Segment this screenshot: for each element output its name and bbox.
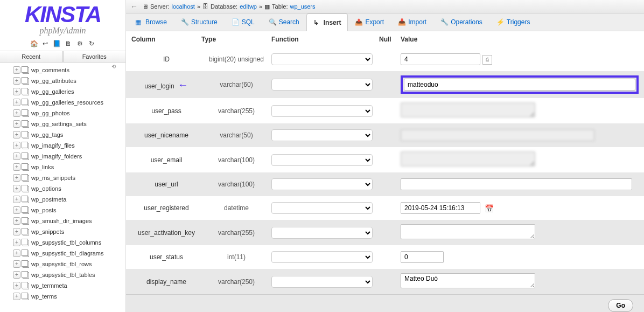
tab-recent[interactable]: Recent	[0, 51, 63, 63]
reload-icon[interactable]: ↻	[87, 40, 96, 48]
tab-favorites[interactable]: Favorites	[63, 51, 126, 63]
value-input-ID[interactable]	[401, 53, 480, 65]
tree-item[interactable]: +wp_supsystic_tbl_columns	[0, 237, 125, 248]
expand-icon[interactable]: +	[13, 120, 20, 128]
expand-icon[interactable]: +	[13, 174, 20, 182]
tree-item[interactable]: +wp_snippets	[0, 226, 125, 237]
expand-icon[interactable]: +	[13, 228, 20, 235]
table-icon	[22, 109, 30, 117]
breadcrumb-db[interactable]: editwp	[240, 3, 257, 10]
table-icon	[22, 282, 30, 289]
tree-item[interactable]: +wp_ms_snippets	[0, 172, 125, 183]
expand-icon[interactable]: +	[13, 152, 20, 160]
breadcrumb-server[interactable]: localhost	[171, 3, 194, 10]
header-null: Null	[379, 36, 401, 43]
tab-triggers[interactable]: ⚡Triggers	[489, 13, 537, 31]
function-select-user_registered[interactable]	[271, 202, 373, 214]
expand-icon[interactable]: +	[13, 142, 20, 149]
logout-icon[interactable]: ↩	[41, 40, 50, 48]
expand-icon[interactable]: +	[13, 282, 20, 289]
tree-item[interactable]: +wp_comments	[0, 65, 125, 75]
function-select-ID[interactable]	[271, 53, 373, 65]
tab-sql[interactable]: 📄SQL	[225, 13, 262, 31]
main-panel: ← 🖥 Server: localhost » 🗄 Database: edit…	[126, 0, 644, 312]
table-icon	[22, 120, 30, 128]
expand-icon[interactable]: +	[13, 131, 20, 138]
tree-item-label: wp_snippets	[31, 227, 64, 237]
tab-export[interactable]: 📤Export	[348, 13, 391, 31]
tree-item[interactable]: +wp_posts	[0, 205, 125, 216]
value-input-user_registered[interactable]	[401, 202, 480, 214]
tab-search[interactable]: 🔍Search	[262, 13, 306, 31]
function-select-user_url[interactable]	[271, 178, 373, 190]
value-input-user_pass[interactable]	[401, 102, 535, 117]
expand-icon[interactable]: +	[13, 99, 20, 106]
expand-icon[interactable]: +	[13, 77, 20, 85]
expand-icon[interactable]: +	[13, 109, 20, 117]
field-row-user_email: user_emailvarchar(100)	[126, 147, 644, 172]
expand-icon[interactable]: +	[13, 163, 20, 171]
gear-icon[interactable]: ⚙	[76, 40, 85, 48]
tree-item[interactable]: +wp_gg_photos	[0, 108, 125, 119]
function-select-user_status[interactable]	[271, 251, 373, 263]
expand-icon[interactable]: +	[13, 206, 20, 214]
function-select-user_pass[interactable]	[271, 105, 373, 117]
tree-item[interactable]: +wp_imagify_folders	[0, 151, 125, 162]
column-type: varchar(50)	[201, 131, 271, 139]
breadcrumb-table[interactable]: wp_users	[290, 3, 315, 10]
id-extra-icon[interactable]: ⎙	[482, 55, 492, 65]
tree-item[interactable]: +wp_termmeta	[0, 280, 125, 291]
go-button[interactable]: Go	[608, 299, 633, 312]
tree-item[interactable]: +wp_options	[0, 183, 125, 194]
docs-icon[interactable]: 📘	[53, 40, 61, 48]
function-select-user_nicename[interactable]	[271, 129, 373, 141]
expand-icon[interactable]: +	[13, 293, 20, 300]
home-icon[interactable]: 🏠	[30, 40, 38, 48]
tree-item[interactable]: +wp_supsystic_tbl_rows	[0, 259, 125, 269]
tree-item[interactable]: +wp_supsystic_tbl_tables	[0, 269, 125, 280]
value-input-user_url[interactable]	[401, 178, 632, 190]
expand-icon[interactable]: +	[13, 260, 20, 268]
tree-item-label: wp_imagify_files	[31, 141, 75, 150]
value-input-user_activation_key[interactable]	[401, 224, 535, 239]
expand-icon[interactable]: +	[13, 185, 20, 192]
logo: KINSTA phpMyAdmin	[0, 0, 125, 38]
tree-item[interactable]: +wp_gg_tags	[0, 129, 125, 140]
expand-icon[interactable]: +	[13, 249, 20, 257]
tree-item-label: wp_gg_tags	[31, 130, 63, 140]
value-input-display_name[interactable]: Matteo Duò	[401, 273, 535, 288]
function-select-user_login[interactable]	[271, 79, 373, 91]
link-icon[interactable]: ⟲	[111, 64, 116, 70]
calendar-icon[interactable]: 📅	[485, 204, 493, 213]
tab-operations[interactable]: 🔧Operations	[433, 13, 489, 31]
nav-arrow-icon[interactable]: ←	[130, 2, 138, 11]
tab-browse[interactable]: ▦Browse	[128, 13, 174, 31]
tab-insert[interactable]: ↳Insert	[306, 13, 348, 31]
function-select-display_name[interactable]	[271, 276, 373, 288]
expand-icon[interactable]: +	[13, 88, 20, 95]
tree-item[interactable]: +wp_terms	[0, 291, 125, 302]
function-select-user_email[interactable]	[271, 154, 373, 166]
value-input-user_email[interactable]	[401, 151, 535, 167]
function-select-user_activation_key[interactable]	[271, 227, 373, 239]
value-input-user_nicename[interactable]	[401, 129, 594, 141]
value-input-user_login[interactable]	[404, 79, 635, 91]
tree-item[interactable]: +wp_gg_galleries	[0, 86, 125, 97]
tree-item[interactable]: +wp_imagify_files	[0, 140, 125, 151]
value-input-user_status[interactable]	[401, 251, 444, 263]
expand-icon[interactable]: +	[13, 271, 20, 279]
tree-item[interactable]: +wp_gg_galleries_resources	[0, 97, 125, 108]
expand-icon[interactable]: +	[13, 196, 20, 203]
tab-import[interactable]: 📥Import	[391, 13, 433, 31]
expand-icon[interactable]: +	[13, 66, 20, 74]
tree-item[interactable]: +wp_gg_settings_sets	[0, 119, 125, 129]
tree-item[interactable]: +wp_gg_attributes	[0, 75, 125, 86]
sql-icon[interactable]: 🗎	[64, 40, 73, 48]
tree-item[interactable]: +wp_postmeta	[0, 194, 125, 205]
expand-icon[interactable]: +	[13, 239, 20, 246]
tab-structure[interactable]: 🔧Structure	[174, 13, 225, 31]
tree-item[interactable]: +wp_supsystic_tbl_diagrams	[0, 248, 125, 259]
tree-item[interactable]: +wp_smush_dir_images	[0, 216, 125, 226]
tree-item[interactable]: +wp_links	[0, 162, 125, 172]
expand-icon[interactable]: +	[13, 217, 20, 225]
